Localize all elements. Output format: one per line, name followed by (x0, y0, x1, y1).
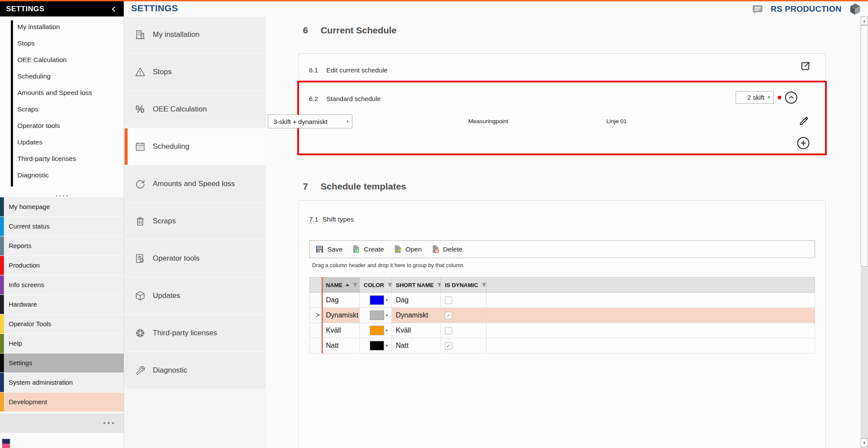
operator-document-icon (134, 253, 146, 265)
module-reports[interactable]: Reports (0, 236, 124, 255)
color-swatch (370, 295, 384, 305)
sidebar-item-updates[interactable]: Updates (125, 278, 266, 314)
tree-item-third-party-licenses[interactable]: Third-party licenses (0, 150, 124, 167)
row-expander-cell[interactable]: > (310, 308, 322, 323)
tree-item-operator-tools[interactable]: Operator tools (0, 118, 124, 134)
tree-item-diagnostic[interactable]: Diagnostic (0, 167, 124, 183)
column-label: COLOR (364, 282, 384, 288)
is-dynamic-checkbox[interactable] (445, 327, 452, 334)
row-expander-cell[interactable] (310, 338, 322, 353)
module-info-screens[interactable]: Info screens (0, 275, 124, 294)
module-help[interactable]: Help (0, 334, 124, 353)
is-dynamic-checkbox[interactable] (445, 297, 452, 304)
sidebar-item-oee-calculation[interactable]: % OEE Calculation (125, 91, 266, 128)
module-production[interactable]: Production (0, 256, 124, 275)
sidebar-item-operator-tools[interactable]: Operator tools (125, 240, 266, 277)
create-button[interactable]: Create (350, 242, 386, 256)
button-label: Open (405, 245, 422, 253)
table-row[interactable]: Natt ▼ Natt (310, 338, 815, 353)
wrench-icon (134, 365, 146, 376)
color-dropdown[interactable]: ▼ (364, 308, 391, 323)
column-header-color[interactable]: COLOR (360, 278, 392, 293)
delete-document-icon (431, 245, 440, 254)
row-expander-cell[interactable] (310, 323, 322, 338)
sidebar-item-third-party-licenses[interactable]: Third-party licenses (125, 315, 266, 351)
collapse-sidebar-icon[interactable] (111, 6, 116, 12)
module-development[interactable]: Development (0, 392, 124, 412)
row-number: 6.2 (299, 95, 320, 102)
filter-icon[interactable] (387, 282, 392, 288)
scrollbar-thumb[interactable] (861, 25, 868, 267)
shift-template-select[interactable]: 3-skift + dynamiskt ▼ (268, 114, 352, 128)
is-dynamic-checkbox[interactable] (445, 312, 452, 319)
building-icon (134, 29, 146, 41)
section-number: 6 (303, 25, 308, 36)
collapse-section-button[interactable] (785, 92, 797, 104)
save-button[interactable]: Save (313, 242, 344, 256)
sidebar-item-scraps[interactable]: Scraps (125, 203, 266, 239)
column-header-name[interactable]: NAME (322, 278, 360, 293)
section-title: Current Schedule (321, 25, 397, 36)
filler-cell (487, 293, 815, 308)
sidebar-item-scheduling[interactable]: Scheduling (125, 128, 266, 165)
module-overflow-button[interactable] (0, 413, 124, 433)
tree-item-updates[interactable]: Updates (0, 134, 124, 150)
short-name-cell: Dynamiskt (392, 308, 441, 323)
color-dropdown[interactable]: ▼ (364, 323, 391, 338)
percent-icon: % (134, 104, 146, 115)
package-icon (134, 290, 146, 302)
column-header-short-name[interactable]: SHORT NAME (392, 278, 441, 293)
module-hardware[interactable]: Hardware (0, 295, 124, 314)
module-my-homepage[interactable]: My homepage (0, 197, 124, 216)
add-schedule-button[interactable] (797, 137, 809, 149)
is-dynamic-cell (441, 323, 487, 338)
delete-button[interactable]: Delete (429, 242, 464, 256)
color-swatch (370, 341, 384, 350)
button-label: Delete (443, 245, 463, 253)
filter-icon[interactable] (481, 282, 487, 288)
button-label: Save (327, 245, 342, 253)
filter-icon[interactable] (352, 282, 358, 288)
sidebar-item-diagnostic[interactable]: Diagnostic (125, 352, 266, 389)
open-external-icon[interactable] (799, 60, 811, 72)
open-button[interactable]: Open (391, 242, 424, 256)
is-dynamic-checkbox[interactable] (445, 342, 452, 350)
tree-item-amounts-speed-loss[interactable]: Amounts and Speed loss (0, 85, 124, 101)
color-dropdown[interactable]: ▼ (364, 338, 391, 353)
tree-item-scheduling[interactable]: Scheduling (0, 68, 124, 85)
module-system-administration[interactable]: System administration (0, 373, 124, 392)
product-hexagon-logo[interactable] (849, 3, 861, 16)
row-label: Edit current schedule (320, 66, 388, 74)
scroll-up-arrow[interactable]: ▲ (861, 16, 868, 25)
tree-item-oee-calculation[interactable]: OEE Calculation (0, 52, 124, 68)
tree-item-my-installation[interactable]: My installation (0, 19, 124, 35)
schedule-select[interactable]: 2 skift ▼ (736, 91, 774, 104)
module-settings[interactable]: Settings (0, 353, 124, 373)
main-content: 6 Current Schedule 6.1 Edit current sche… (266, 16, 861, 448)
edit-pencil-icon[interactable] (798, 115, 809, 127)
module-current-status[interactable]: Current status (0, 217, 124, 236)
row-expander-cell[interactable] (310, 293, 322, 308)
tree-item-stops[interactable]: Stops (0, 35, 124, 52)
row-label: Shift types (322, 216, 354, 223)
tree-item-scraps[interactable]: Scraps (0, 101, 124, 118)
column-header-is-dynamic[interactable]: IS DYNAMIC (441, 278, 487, 293)
open-document-icon (393, 245, 402, 254)
sidebar-item-my-installation[interactable]: My installation (125, 16, 266, 53)
feedback-chat-icon[interactable] (752, 3, 763, 15)
primary-sidebar-title: SETTINGS (6, 5, 44, 13)
sidebar-item-label: My installation (153, 30, 200, 39)
sidebar-item-amounts-speed-loss[interactable]: Amounts and Speed loss (125, 166, 266, 202)
table-row[interactable]: Dag ▼ Dag (310, 293, 815, 308)
vertical-scrollbar[interactable]: ▲ ▼ (861, 16, 868, 448)
table-row[interactable]: Kväll ▼ Kväll (310, 323, 815, 338)
sidebar-item-label: Updates (153, 291, 180, 300)
filter-icon[interactable] (437, 282, 441, 288)
module-operator-tools[interactable]: Operator Tools (0, 314, 124, 334)
shift-template-select-value: 3-skift + dynamiskt (268, 118, 328, 125)
chevron-down-icon: ▼ (385, 298, 388, 302)
table-row[interactable]: > Dynamiskt ▼ Dynamiskt (310, 308, 815, 323)
sidebar-item-stops[interactable]: Stops (125, 54, 266, 90)
scroll-down-arrow[interactable]: ▼ (861, 438, 868, 447)
color-dropdown[interactable]: ▼ (364, 293, 391, 307)
